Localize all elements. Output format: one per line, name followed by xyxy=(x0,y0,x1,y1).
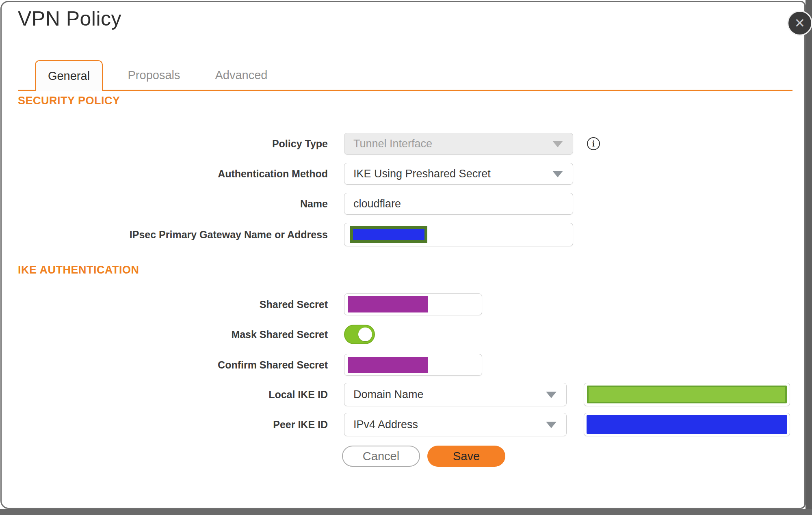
policy-type-row: Policy Type Tunnel Interface i xyxy=(2,133,807,155)
redaction-box-purple xyxy=(348,357,428,373)
toggle-knob xyxy=(358,328,372,341)
confirm-shared-secret-row: Confirm Shared Secret xyxy=(2,354,807,376)
gateway-input[interactable] xyxy=(344,223,573,246)
section-security-policy: SECURITY POLICY xyxy=(18,95,120,107)
cancel-button[interactable]: Cancel xyxy=(342,446,420,467)
save-button[interactable]: Save xyxy=(427,446,505,467)
screen: VPN Policy General Proposals Advanced SE… xyxy=(0,0,812,515)
name-value: cloudflare xyxy=(344,198,401,210)
peer-ike-id-row: Peer IKE ID IPv4 Address xyxy=(2,413,807,436)
redaction-box-green xyxy=(587,386,787,403)
chevron-down-icon xyxy=(546,392,556,398)
action-buttons: Cancel Save xyxy=(2,446,807,467)
chevron-down-icon xyxy=(552,171,563,177)
mask-shared-secret-row: Mask Shared Secret xyxy=(2,325,807,344)
auth-method-label: Authentication Method xyxy=(2,168,344,180)
local-ike-id-label: Local IKE ID xyxy=(2,389,344,401)
shared-secret-label: Shared Secret xyxy=(2,299,344,310)
tab-proposals[interactable]: Proposals xyxy=(119,65,188,85)
confirm-shared-secret-input[interactable] xyxy=(344,354,482,376)
peer-ike-id-type: IPv4 Address xyxy=(344,418,418,431)
auth-method-select[interactable]: IKE Using Preshared Secret xyxy=(344,163,573,185)
peer-ike-id-input[interactable] xyxy=(584,413,790,436)
backdrop-strip-right xyxy=(806,0,812,515)
peer-ike-id-label: Peer IKE ID xyxy=(2,419,344,431)
gateway-label: IPsec Primary Gateway Name or Address xyxy=(2,229,344,241)
tab-advanced[interactable]: Advanced xyxy=(207,65,276,85)
policy-type-value: Tunnel Interface xyxy=(344,138,432,150)
chevron-down-icon xyxy=(546,422,556,428)
close-icon: ✕ xyxy=(795,17,806,30)
redaction-box-blue xyxy=(587,415,787,434)
mask-shared-secret-toggle[interactable] xyxy=(344,325,375,344)
policy-type-select: Tunnel Interface xyxy=(344,133,573,155)
gateway-row: IPsec Primary Gateway Name or Address xyxy=(2,223,807,246)
redaction-box-blue xyxy=(350,226,427,243)
chevron-down-icon xyxy=(552,141,563,147)
policy-type-label: Policy Type xyxy=(2,138,344,150)
name-row: Name cloudflare xyxy=(2,193,807,215)
mask-shared-secret-label: Mask Shared Secret xyxy=(2,329,344,340)
name-input[interactable]: cloudflare xyxy=(344,193,573,215)
redaction-box-purple xyxy=(348,296,428,312)
page-title: VPN Policy xyxy=(18,7,121,30)
tab-general-label: General xyxy=(48,69,90,83)
section-ike-authentication: IKE AUTHENTICATION xyxy=(18,264,139,276)
confirm-shared-secret-label: Confirm Shared Secret xyxy=(2,359,344,371)
local-ike-id-input[interactable] xyxy=(584,383,790,406)
shared-secret-row: Shared Secret xyxy=(2,293,807,315)
info-icon[interactable]: i xyxy=(587,137,600,150)
auth-method-value: IKE Using Preshared Secret xyxy=(344,168,491,180)
auth-method-row: Authentication Method IKE Using Preshare… xyxy=(2,163,807,185)
peer-ike-id-select[interactable]: IPv4 Address xyxy=(344,413,567,436)
close-button[interactable]: ✕ xyxy=(787,11,812,36)
local-ike-id-type: Domain Name xyxy=(344,388,424,401)
backdrop-strip-bottom xyxy=(0,509,812,515)
vpn-policy-dialog: VPN Policy General Proposals Advanced SE… xyxy=(0,1,806,509)
name-label: Name xyxy=(2,198,344,210)
local-ike-id-row: Local IKE ID Domain Name xyxy=(2,383,807,406)
tab-general[interactable]: General xyxy=(35,60,103,91)
tab-underline xyxy=(18,90,793,91)
local-ike-id-select[interactable]: Domain Name xyxy=(344,383,567,406)
shared-secret-input[interactable] xyxy=(344,293,482,315)
